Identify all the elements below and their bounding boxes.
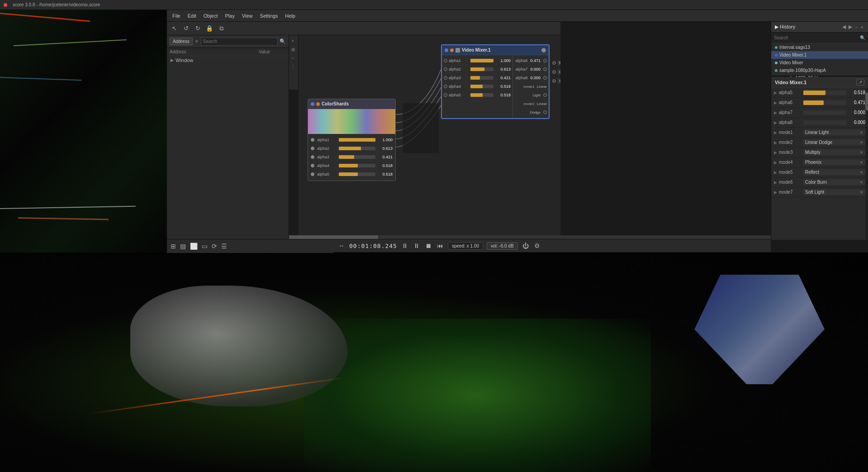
history-item-interval[interactable]: Interval.sags13 <box>771 43 868 51</box>
menu-settings[interactable]: Settings <box>256 12 282 19</box>
props-scrollbar[interactable] <box>865 88 868 240</box>
mode6-arrow[interactable]: ▶ <box>774 180 777 185</box>
cs-param-alpha4[interactable]: alpha4 0.518 <box>311 162 393 170</box>
history-item-sample1[interactable]: sample-1080p30-HapA <box>771 67 868 74</box>
vm-alpha8-row[interactable]: alpha8 0.000 <box>515 74 547 82</box>
panel-button[interactable]: ▭ <box>201 243 209 250</box>
history-nav-left[interactable]: ◀ <box>841 24 847 30</box>
grid-view-button[interactable]: ⊞ <box>170 243 177 250</box>
lock-button[interactable]: 🔒 <box>205 24 214 33</box>
device-search-input[interactable] <box>201 38 278 46</box>
vm-port-in4[interactable] <box>444 85 447 88</box>
grid-snap-button[interactable]: ⧉ <box>217 24 226 33</box>
menu-edit[interactable]: Edit <box>184 12 200 19</box>
cs-param-alpha1[interactable]: alpha1 1.000 <box>311 136 393 144</box>
prop-alpha5[interactable]: ▶ alpha5 0.518 <box>771 88 868 98</box>
side-grid-button[interactable]: ⊞ <box>289 46 297 53</box>
side-plus-button[interactable]: + <box>289 37 297 44</box>
vm-alpha7-row[interactable]: alpha7 0.000 <box>515 65 547 73</box>
video-mixer-node[interactable]: Video Mixer.1 alpha1 1.000 alpha2 0.613 <box>441 44 550 119</box>
mode3-arrow[interactable]: ▶ <box>774 150 777 155</box>
port-out3-icon[interactable] <box>311 155 314 159</box>
mode6-ext[interactable]: Color Burn <box>552 68 560 76</box>
side-minus-button[interactable]: − <box>289 54 297 62</box>
vm-alpha5-row[interactable]: alpha5 0.518 <box>444 91 511 99</box>
image-view-button[interactable]: ▤ <box>179 243 187 250</box>
vm-port-in2[interactable] <box>444 67 447 71</box>
mode1-arrow[interactable]: ▶ <box>774 130 777 135</box>
props-scrollbar-thumb[interactable] <box>865 92 868 110</box>
menu-view[interactable]: View <box>238 12 256 19</box>
vm-port-in5[interactable] <box>444 93 447 97</box>
cs-param-alpha3[interactable]: alpha3 0.421 <box>311 153 393 161</box>
vm-port-mode7[interactable] <box>552 79 556 83</box>
device-tree-window[interactable]: ▶ Window <box>167 56 289 64</box>
mode3-ext[interactable]: Multiply <box>552 59 560 67</box>
vm-mode2-row[interactable]: mode2 Linear <box>515 100 547 108</box>
node-canvas[interactable]: ColorShards alpha1 1.000 alpha2 0.613 al… <box>299 35 560 239</box>
alpha8-arrow[interactable]: ▶ <box>774 120 777 125</box>
history-item-videomixer1[interactable]: Video Mixer.1 <box>771 51 868 59</box>
loop-button[interactable]: ↔ <box>337 242 346 249</box>
undo-button[interactable]: ↺ <box>181 24 190 33</box>
alpha7-arrow[interactable]: ▶ <box>774 110 777 115</box>
vm-port-out-alpha8[interactable] <box>543 76 547 80</box>
prop-alpha8[interactable]: ▶ alpha8 0.000 <box>771 118 868 128</box>
history-search-input[interactable] <box>774 35 860 40</box>
prop-mode1[interactable]: ▶ mode1 Linear Light ▼ <box>771 128 868 138</box>
history-item-videomixer[interactable]: Video Mixer <box>771 59 868 67</box>
history-nav-right[interactable]: ▶ <box>848 24 853 30</box>
rewind-button[interactable]: ⏮ <box>436 242 444 249</box>
menu-file[interactable]: File <box>169 12 184 19</box>
port-out2-icon[interactable] <box>311 147 314 150</box>
cs-param-alpha5[interactable]: alpha5 0.518 <box>311 170 393 178</box>
history-close[interactable]: × <box>860 24 864 30</box>
vm-port-mode6[interactable] <box>552 70 556 74</box>
vm-port-in3[interactable] <box>444 76 447 80</box>
vm-mode1b-row[interactable]: Light <box>515 91 547 99</box>
vm-port-mode2[interactable] <box>543 110 547 114</box>
window-button[interactable]: ⬜ <box>189 243 199 250</box>
prop-mode6[interactable]: ▶ mode6 Color Burn ▼ <box>771 177 868 187</box>
alpha5-arrow[interactable]: ▶ <box>774 91 777 95</box>
vm-alpha3-row[interactable]: alpha3 0.421 <box>444 74 511 82</box>
stop-button[interactable]: ⏹ <box>424 242 432 249</box>
mode2-select[interactable]: Linear Dodge ▼ <box>803 139 865 145</box>
menu-object[interactable]: Object <box>200 12 222 19</box>
history-button[interactable]: ⟳ <box>211 243 218 250</box>
prop-alpha6[interactable]: ▶ alpha6 0.471 <box>771 98 868 108</box>
vm-port-out-alpha6[interactable] <box>543 59 547 62</box>
menu-play[interactable]: Play <box>222 12 238 19</box>
list-button[interactable]: ☰ <box>220 243 228 250</box>
history-minimize[interactable]: − <box>854 24 859 30</box>
select-tool-button[interactable]: ↖ <box>170 24 179 33</box>
redo-button[interactable]: ↻ <box>193 24 202 33</box>
port-out5-icon[interactable] <box>311 172 314 176</box>
prop-mode2[interactable]: ▶ mode2 Linear Dodge ▼ <box>771 138 868 148</box>
mode7-arrow[interactable]: ▶ <box>774 190 777 195</box>
export-button[interactable]: ↗ <box>856 79 864 86</box>
settings-audio-button[interactable]: ⚙ <box>533 242 541 249</box>
mode4-arrow[interactable]: ▶ <box>774 160 777 165</box>
vm-mode1-row[interactable]: mode1 Linear <box>515 82 547 91</box>
power-button[interactable]: ⏻ <box>522 242 530 249</box>
vm-port-out-alpha7[interactable] <box>543 67 547 71</box>
mode6-select[interactable]: Color Burn ▼ <box>803 179 865 185</box>
mode2-arrow[interactable]: ▶ <box>774 140 777 145</box>
vm-alpha1-row[interactable]: alpha1 1.000 <box>444 57 511 65</box>
mode7-select[interactable]: Soft Light ▼ <box>803 189 865 195</box>
prop-mode4[interactable]: ▶ mode4 Phoenix ▼ <box>771 157 868 167</box>
prop-mode5[interactable]: ▶ mode5 Reflect ▼ <box>771 167 868 177</box>
port-out-icon[interactable] <box>311 138 314 142</box>
prop-mode3[interactable]: ▶ mode3 Multiply ▼ <box>771 148 868 157</box>
mode3-select[interactable]: Multiply ▼ <box>803 149 865 155</box>
port-out4-icon[interactable] <box>311 164 314 167</box>
side-dots-button[interactable]: ⋮ <box>289 63 297 70</box>
mode5-arrow[interactable]: ▶ <box>774 170 777 175</box>
mode5-select[interactable]: Reflect ▼ <box>803 169 865 175</box>
mode4-select[interactable]: Phoenix ▼ <box>803 159 865 165</box>
colorshards-node[interactable]: ColorShards alpha1 1.000 alpha2 0.613 al… <box>308 99 396 181</box>
address-dropdown[interactable]: Address <box>170 38 193 45</box>
device-search-button[interactable]: 🔍 <box>280 38 286 44</box>
vm-port-mode1[interactable] <box>543 93 547 97</box>
